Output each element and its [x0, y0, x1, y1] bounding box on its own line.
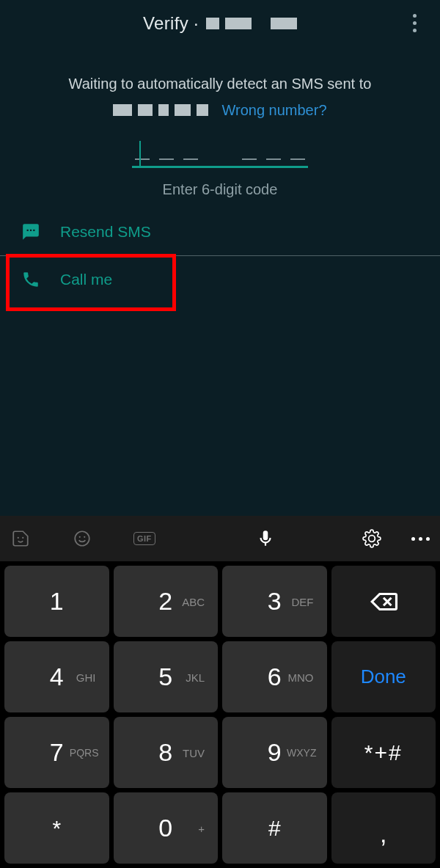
- app-header: Verify ·: [0, 0, 440, 47]
- key-0[interactable]: 0+: [114, 792, 219, 864]
- svg-point-4: [84, 536, 85, 538]
- code-hint: Enter 6-digit code: [0, 181, 440, 198]
- emoji-icon[interactable]: [72, 528, 92, 549]
- key-star[interactable]: *: [4, 792, 109, 864]
- wrong-number-link[interactable]: Wrong number?: [221, 98, 326, 122]
- keyboard-toolbar: GIF: [0, 516, 440, 561]
- svg-point-1: [22, 537, 23, 539]
- waiting-text: Waiting to automatically detect an SMS s…: [0, 72, 440, 122]
- sms-icon: [21, 222, 41, 242]
- backspace-icon: [368, 586, 399, 617]
- key-comma[interactable]: ,: [331, 792, 436, 864]
- key-symbols[interactable]: *+#: [331, 717, 436, 788]
- keyboard-more-icon[interactable]: [411, 537, 430, 541]
- call-me-button[interactable]: Call me: [0, 256, 440, 303]
- verification-code-input[interactable]: [132, 138, 308, 168]
- resend-sms-button[interactable]: Resend SMS: [0, 208, 440, 255]
- mic-icon[interactable]: [255, 528, 276, 549]
- settings-icon[interactable]: [362, 528, 382, 549]
- resend-sms-label: Resend SMS: [60, 223, 151, 241]
- key-3[interactable]: 3DEF: [222, 566, 327, 637]
- phone-icon: [21, 269, 41, 290]
- key-8[interactable]: 8TUV: [114, 717, 219, 788]
- key-5[interactable]: 5JKL: [114, 641, 219, 712]
- keypad-grid: 1 2ABC 3DEF 4GHI 5JKL 6MNO Done 7PQRS 8T…: [0, 561, 440, 868]
- redacted-phone-header: [206, 18, 297, 29]
- svg-point-2: [75, 531, 89, 546]
- input-cursor: [139, 141, 141, 166]
- key-2[interactable]: 2ABC: [114, 566, 219, 637]
- code-input-wrap: [0, 138, 440, 168]
- sticker-icon[interactable]: [10, 528, 31, 549]
- svg-point-3: [79, 536, 81, 538]
- code-placeholder-dashes: [132, 145, 308, 160]
- key-7[interactable]: 7PQRS: [4, 717, 109, 788]
- page-title: Verify ·: [143, 13, 297, 34]
- numeric-keyboard: GIF 1 2ABC 3DEF 4GHI 5JKL 6MNO Done 7PQR…: [0, 516, 440, 868]
- waiting-line1: Waiting to automatically detect an SMS s…: [15, 72, 425, 95]
- svg-point-0: [18, 537, 19, 539]
- key-6[interactable]: 6MNO: [222, 641, 327, 712]
- key-backspace[interactable]: [331, 566, 436, 637]
- title-prefix: Verify ·: [143, 13, 199, 34]
- gif-icon[interactable]: GIF: [133, 532, 155, 545]
- key-done[interactable]: Done: [331, 641, 436, 712]
- redacted-phone-body: [113, 104, 208, 116]
- key-9[interactable]: 9WXYZ: [222, 717, 327, 788]
- key-4[interactable]: 4GHI: [4, 641, 109, 712]
- key-1[interactable]: 1: [4, 566, 109, 637]
- call-me-label: Call me: [60, 271, 112, 288]
- key-hash[interactable]: #: [222, 792, 327, 864]
- more-options-button[interactable]: [402, 10, 427, 35]
